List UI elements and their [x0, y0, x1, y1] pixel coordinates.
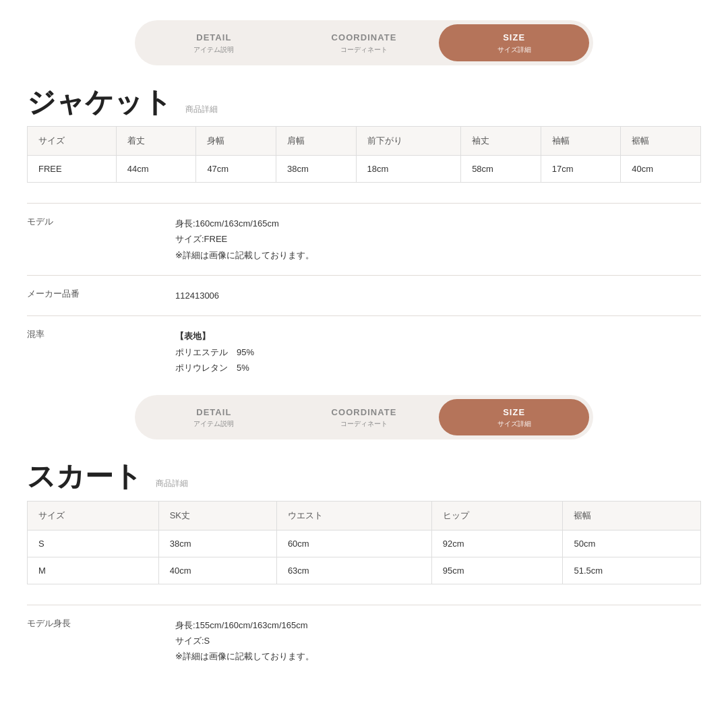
- tab-size-top[interactable]: SIZE サイズ詳細: [439, 24, 589, 61]
- skirt-hip-m: 95cm: [431, 557, 563, 584]
- tab-navigation-2: DETAIL アイテム説明 COORDINATE コーディネート SIZE サイ…: [135, 395, 593, 440]
- skirt-susohaba-m: 51.5cm: [563, 557, 701, 584]
- jacket-header: ジャケット 商品詳細: [27, 86, 701, 122]
- tab-detail-sub: アイテム説明: [152, 44, 276, 55]
- jacket-size-free: FREE: [28, 155, 117, 182]
- jacket-info-section: モデル 身長:160cm/163cm/165cm サイズ:FREE ※詳細は画像…: [27, 203, 701, 388]
- tab-detail-label: DETAIL: [152, 31, 276, 44]
- jacket-material-label: 混率: [27, 328, 162, 340]
- jacket-kidake: 44cm: [116, 155, 196, 182]
- tab-detail-bottom[interactable]: DETAIL アイテム説明: [139, 399, 289, 436]
- tab-size-label-2: SIZE: [452, 406, 576, 419]
- tab-coordinate-label: COORDINATE: [303, 31, 426, 44]
- table-row: FREE 44cm 47cm 38cm 18cm 58cm 17cm 40cm: [28, 155, 701, 182]
- jacket-material-row: 混率 【表地】 ポリエステル 95% ポリウレタン 5%: [27, 315, 701, 388]
- jacket-col-kidake: 着丈: [116, 126, 196, 155]
- jacket-size-table: サイズ 着丈 身幅 肩幅 前下がり 袖丈 袖幅 裾幅 FREE 44cm 47c…: [27, 126, 701, 183]
- skirt-susohaba-s: 50cm: [563, 530, 701, 557]
- tab-size-bottom[interactable]: SIZE サイズ詳細: [439, 399, 589, 436]
- jacket-product-number-value: 112413006: [175, 288, 219, 303]
- skirt-col-susohaba: 裾幅: [563, 501, 701, 530]
- skirt-col-hip: ヒップ: [431, 501, 563, 530]
- skirt-header: スカート 商品詳細: [27, 460, 701, 496]
- jacket-sodedake: 58cm: [461, 155, 541, 182]
- skirt-size-m: M: [28, 557, 159, 584]
- tab-detail-top[interactable]: DETAIL アイテム説明: [139, 24, 289, 61]
- tab-size-sub: サイズ詳細: [452, 44, 576, 55]
- jacket-title: ジャケット: [27, 86, 172, 119]
- tab-navigation-top: DETAIL アイテム説明 COORDINATE コーディネート SIZE サイ…: [135, 20, 593, 65]
- jacket-sodehaba: 17cm: [541, 155, 621, 182]
- jacket-product-number-label: メーカー品番: [27, 288, 162, 300]
- tab-size-label: SIZE: [452, 31, 576, 44]
- skirt-skdake-m: 40cm: [158, 557, 276, 584]
- jacket-section: ジャケット 商品詳細 サイズ 着丈 身幅 肩幅 前下がり 袖丈 袖幅 裾幅 FR…: [27, 86, 701, 388]
- jacket-col-mihaba: 身幅: [196, 126, 276, 155]
- skirt-col-size: サイズ: [28, 501, 159, 530]
- jacket-product-number-row: メーカー品番 112413006: [27, 275, 701, 315]
- jacket-col-katahaba: 肩幅: [276, 126, 356, 155]
- tab-detail-sub-2: アイテム説明: [152, 419, 276, 429]
- skirt-waist-m: 63cm: [276, 557, 431, 584]
- table-row: M 40cm 63cm 95cm 51.5cm: [28, 557, 701, 584]
- skirt-waist-s: 60cm: [276, 530, 431, 557]
- skirt-skdake-s: 38cm: [158, 530, 276, 557]
- jacket-table-header-row: サイズ 着丈 身幅 肩幅 前下がり 袖丈 袖幅 裾幅: [28, 126, 701, 155]
- jacket-col-maeshita: 前下がり: [356, 126, 461, 155]
- skirt-model-row: モデル身長 身長:155cm/160cm/163cm/165cm サイズ:S ※…: [27, 605, 701, 677]
- skirt-col-skdake: SK丈: [158, 501, 276, 530]
- tab-coordinate-label-2: COORDINATE: [303, 406, 426, 419]
- table-row: S 38cm 60cm 92cm 50cm: [28, 530, 701, 557]
- skirt-title: スカート: [27, 460, 142, 493]
- jacket-model-value: 身長:160cm/163cm/165cm サイズ:FREE ※詳細は画像に記載し…: [175, 216, 314, 263]
- tab-coordinate-sub: コーディネート: [303, 44, 426, 55]
- jacket-maeshita: 18cm: [356, 155, 461, 182]
- jacket-col-sodedake: 袖丈: [461, 126, 541, 155]
- tab-navigation-bottom: DETAIL アイテム説明 COORDINATE コーディネート SIZE サイ…: [27, 395, 701, 440]
- skirt-hip-s: 92cm: [431, 530, 563, 557]
- tab-size-sub-2: サイズ詳細: [452, 419, 576, 429]
- skirt-col-waist: ウエスト: [276, 501, 431, 530]
- tab-detail-label-2: DETAIL: [152, 406, 276, 419]
- skirt-model-label: モデル身長: [27, 617, 162, 630]
- tab-coordinate-sub-2: コーディネート: [303, 419, 426, 429]
- tab-coordinate-top[interactable]: COORDINATE コーディネート: [289, 24, 439, 61]
- tab-coordinate-bottom[interactable]: COORDINATE コーディネート: [289, 399, 439, 436]
- jacket-subtitle: 商品詳細: [185, 104, 218, 115]
- skirt-info-section: モデル身長 身長:155cm/160cm/163cm/165cm サイズ:S ※…: [27, 605, 701, 677]
- skirt-subtitle: 商品詳細: [156, 478, 188, 489]
- jacket-col-susohaba: 裾幅: [621, 126, 701, 155]
- jacket-material-value: 【表地】 ポリエステル 95% ポリウレタン 5%: [175, 328, 254, 375]
- jacket-model-label: モデル: [27, 216, 162, 228]
- skirt-size-table: サイズ SK丈 ウエスト ヒップ 裾幅 S 38cm 60cm 92cm 50c…: [27, 501, 701, 584]
- jacket-susohaba: 40cm: [621, 155, 701, 182]
- jacket-col-sodehaba: 袖幅: [541, 126, 621, 155]
- jacket-col-size: サイズ: [28, 126, 117, 155]
- skirt-section: スカート 商品詳細 サイズ SK丈 ウエスト ヒップ 裾幅 S 38cm 60c…: [27, 460, 701, 677]
- jacket-katahaba: 38cm: [276, 155, 356, 182]
- jacket-mihaba: 47cm: [196, 155, 276, 182]
- skirt-table-header-row: サイズ SK丈 ウエスト ヒップ 裾幅: [28, 501, 701, 530]
- jacket-model-row: モデル 身長:160cm/163cm/165cm サイズ:FREE ※詳細は画像…: [27, 203, 701, 275]
- skirt-model-value: 身長:155cm/160cm/163cm/165cm サイズ:S ※詳細は画像に…: [175, 617, 314, 665]
- skirt-size-s: S: [28, 530, 159, 557]
